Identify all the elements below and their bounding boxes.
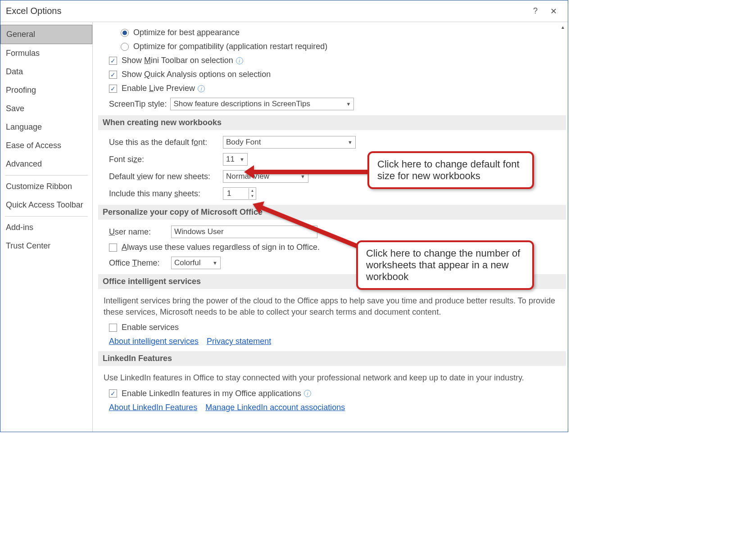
username-label: User name: (109, 227, 168, 237)
close-icon[interactable]: ✕ (544, 6, 562, 16)
titlebar: Excel Options ? ✕ (0, 0, 568, 22)
office-theme-label: Office Theme: (109, 258, 168, 268)
excel-options-dialog: Excel Options ? ✕ General Formulas Data … (0, 0, 568, 432)
checkbox-live-preview[interactable]: ✓ (109, 85, 117, 93)
chevron-down-icon: ▼ (240, 157, 244, 162)
intelligent-text: Intelligent services bring the power of … (98, 293, 568, 321)
radio-label: Optimize for compatibility (application … (133, 42, 327, 51)
link-about-intelligent-services[interactable]: About intelligent services (109, 337, 199, 346)
checkbox-quick-analysis[interactable]: ✓ (109, 71, 117, 79)
row-default-font: Use this as the default font: Body Font … (98, 134, 568, 151)
check-label: Show Quick Analysis options on selection (122, 70, 271, 79)
sidebar-separator (5, 175, 88, 176)
sidebar-item-customize-ribbon[interactable]: Customize Ribbon (0, 177, 92, 196)
link-privacy-statement[interactable]: Privacy statement (207, 337, 271, 346)
dialog-body: General Formulas Data Proofing Save Lang… (0, 22, 568, 432)
sidebar-item-advanced[interactable]: Advanced (0, 155, 92, 173)
info-icon[interactable]: i (198, 85, 205, 92)
sidebar-item-ease-of-access[interactable]: Ease of Access (0, 136, 92, 155)
content-panel: ▲ Optimize for best appearance Optimize … (93, 22, 568, 432)
links-row-intelligent: About intelligent services Privacy state… (98, 334, 568, 348)
screentip-dropdown[interactable]: Show feature descriptions in ScreenTips … (170, 98, 354, 110)
chevron-down-icon: ▼ (300, 174, 305, 179)
section-heading-personalize: Personalize your copy of Microsoft Offic… (98, 205, 566, 220)
radio-label: Optimize for best appearance (133, 28, 240, 37)
sidebar-item-language[interactable]: Language (0, 118, 92, 136)
check-label: Always use these values regardless of si… (122, 243, 320, 252)
spin-up-icon[interactable]: ▲ (249, 188, 256, 194)
sidebar: General Formulas Data Proofing Save Lang… (0, 22, 93, 432)
sheets-label: Include this many sheets: (109, 189, 219, 199)
check-row-live-preview[interactable]: ✓ Enable Live Preview i (98, 81, 568, 95)
sidebar-item-proofing[interactable]: Proofing (0, 81, 92, 99)
sidebar-separator (5, 216, 88, 217)
checkbox-mini-toolbar[interactable]: ✓ (109, 57, 117, 65)
link-about-linkedin[interactable]: About LinkedIn Features (109, 403, 197, 412)
sidebar-item-save[interactable]: Save (0, 99, 92, 118)
check-row-enable-services[interactable]: Enable services (98, 321, 568, 334)
sheets-spinner[interactable]: 1 ▲▼ (223, 187, 256, 200)
office-theme-value: Colorful (174, 258, 201, 267)
font-size-dropdown[interactable]: 11 ▼ (223, 153, 248, 166)
spinner-arrows[interactable]: ▲▼ (249, 188, 256, 199)
check-row-enable-linkedin[interactable]: ✓ Enable LinkedIn features in my Office … (98, 387, 568, 401)
default-font-dropdown[interactable]: Body Font ▼ (223, 136, 356, 149)
chevron-down-icon: ▼ (213, 260, 217, 266)
dialog-title: Excel Options (6, 6, 526, 16)
row-screentip: ScreenTip style: Show feature descriptio… (98, 95, 568, 113)
check-label: Show Mini Toolbar on selection (122, 56, 233, 65)
radio-row-appearance[interactable]: Optimize for best appearance (98, 26, 568, 40)
sheets-value: 1 (223, 189, 249, 198)
radio-optimize-appearance[interactable] (121, 29, 129, 37)
checkbox-enable-linkedin[interactable]: ✓ (109, 389, 117, 397)
screentip-value: Show feature descriptions in ScreenTips (173, 99, 310, 108)
info-icon[interactable]: i (236, 57, 243, 64)
checkbox-enable-services[interactable] (109, 324, 117, 332)
radio-row-compat[interactable]: Optimize for compatibility (application … (98, 40, 568, 54)
sidebar-item-quick-access-toolbar[interactable]: Quick Access Toolbar (0, 196, 92, 214)
checkbox-always-values[interactable] (109, 244, 117, 252)
default-font-label: Use this as the default font: (109, 138, 219, 147)
check-row-quick-analysis[interactable]: ✓ Show Quick Analysis options on selecti… (98, 68, 568, 81)
section-heading-new-workbooks: When creating new workbooks (98, 115, 566, 130)
chevron-down-icon: ▼ (348, 140, 353, 145)
info-icon[interactable]: i (304, 390, 311, 397)
office-theme-dropdown[interactable]: Colorful ▼ (171, 257, 221, 269)
username-input[interactable] (171, 226, 317, 238)
links-row-linkedin: About LinkedIn Features Manage LinkedIn … (98, 401, 568, 415)
annotation-arrow (251, 170, 371, 174)
check-row-mini-toolbar[interactable]: ✓ Show Mini Toolbar on selection i (98, 54, 568, 68)
sidebar-item-add-ins[interactable]: Add-ins (0, 218, 92, 237)
help-icon[interactable]: ? (526, 6, 544, 16)
radio-optimize-compat[interactable] (121, 43, 129, 51)
check-label: Enable Live Preview (122, 84, 195, 93)
sidebar-item-data[interactable]: Data (0, 63, 92, 81)
check-label: Enable services (122, 323, 179, 332)
annotation-callout-font-size: Click here to change default font size f… (367, 151, 534, 189)
sidebar-item-trust-center[interactable]: Trust Center (0, 237, 92, 255)
linkedin-text: Use LinkedIn features in Office to stay … (98, 370, 568, 386)
screentip-label: ScreenTip style: (109, 99, 167, 109)
link-manage-linkedin[interactable]: Manage LinkedIn account associations (205, 403, 345, 412)
sidebar-item-formulas[interactable]: Formulas (0, 44, 92, 63)
annotation-callout-sheets: Click here to change the number of works… (356, 240, 534, 290)
default-view-label: Default view for new sheets: (109, 172, 219, 181)
scroll-up-icon[interactable]: ▲ (559, 23, 567, 31)
default-font-value: Body Font (226, 138, 261, 147)
check-label: Enable LinkedIn features in my Office ap… (122, 389, 301, 398)
font-size-value: 11 (226, 155, 235, 164)
font-size-label: Font size: (109, 155, 219, 164)
section-heading-linkedin: LinkedIn Features (98, 351, 566, 366)
sidebar-item-general[interactable]: General (0, 25, 92, 44)
chevron-down-icon: ▼ (346, 101, 351, 107)
